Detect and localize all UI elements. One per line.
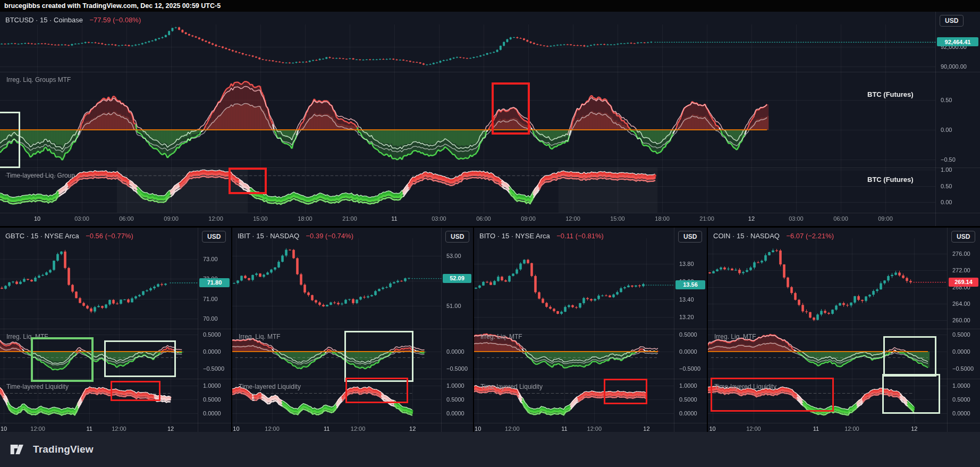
pane1-scale-label: −0.50 bbox=[941, 156, 956, 163]
pane2-scale-label: 0.5000 bbox=[203, 396, 221, 403]
drawing-rect-annotation[interactable] bbox=[711, 378, 834, 412]
currency-button[interactable]: USD bbox=[951, 231, 975, 243]
time-axis-label: 15:00 bbox=[610, 215, 625, 222]
time-axis-label: 11 bbox=[561, 426, 567, 432]
drawing-rect-annotation[interactable] bbox=[31, 337, 94, 382]
indicator-label-irreg-liq[interactable]: Irreg. Liq. MTF bbox=[714, 333, 756, 340]
time-axis-label: 21:00 bbox=[699, 215, 714, 222]
currency-button[interactable]: USD bbox=[940, 15, 964, 27]
pane2-scale-label: 0.50 bbox=[941, 183, 952, 189]
time-axis-label: 12:00 bbox=[265, 426, 280, 432]
time-axis-label: 06:00 bbox=[833, 215, 848, 222]
pane2-scale-label: 0.00 bbox=[941, 199, 952, 205]
time-axis-label: 12:00 bbox=[505, 426, 520, 432]
attribution-bar: brucegibbs created with TradingView.com,… bbox=[0, 0, 980, 12]
pane1-scale-label: 0.0000 bbox=[952, 348, 970, 355]
time-axis-label: 12:00 bbox=[112, 426, 126, 432]
time-axis-label: 11 bbox=[391, 215, 397, 222]
drawing-rect-annotation[interactable] bbox=[104, 340, 176, 377]
chart-card-bito: BITO · 15 · NYSE Arca −0.11 (−0.81%) USD… bbox=[474, 228, 707, 432]
brand-text: TradingView bbox=[33, 444, 94, 455]
drawing-rect-annotation[interactable] bbox=[604, 379, 647, 404]
price-badge: 269.14 bbox=[949, 278, 978, 287]
time-axis-label: 10 bbox=[475, 426, 481, 432]
change-readout: −6.07 (−2.21%) bbox=[786, 232, 834, 240]
drawing-rect-annotation[interactable] bbox=[345, 378, 408, 403]
symbol-title[interactable]: BTCUSD · 15 · Coinbase bbox=[5, 16, 83, 24]
time-axis-label: 10 bbox=[1, 426, 7, 432]
drawing-rect-annotation[interactable] bbox=[344, 331, 413, 382]
price-axis-label: 73.00 bbox=[203, 256, 218, 262]
pane2-scale-label: 0.5000 bbox=[679, 396, 697, 403]
time-axis-label: 15:00 bbox=[253, 215, 268, 222]
indicator-label-time-layered[interactable]: Time-layered Liquidity bbox=[239, 383, 301, 390]
bito-chart-canvas[interactable] bbox=[474, 228, 707, 432]
pane2-scale-label: 0.5000 bbox=[446, 396, 464, 403]
time-axis-label: 12 bbox=[409, 426, 416, 432]
pane2-scale-label: 0.5000 bbox=[952, 396, 970, 403]
price-axis-label: 260.00 bbox=[952, 317, 970, 323]
indicator-label-time-layered[interactable]: Time-layered Liquidity bbox=[480, 383, 543, 390]
currency-button[interactable]: USD bbox=[678, 231, 702, 243]
chart-header: BITO · 15 · NYSE Arca −0.11 (−0.81%) bbox=[479, 231, 604, 240]
drawing-rect-annotation[interactable] bbox=[229, 168, 267, 194]
gbtc-chart-canvas[interactable] bbox=[0, 228, 231, 432]
indicator-label-irreg-liq[interactable]: Irreg. Liq. MTF bbox=[480, 333, 522, 340]
drawing-rect-annotation[interactable] bbox=[111, 381, 160, 401]
tradingview-snapshot: brucegibbs created with TradingView.com,… bbox=[0, 0, 980, 467]
symbol-title[interactable]: IBIT · 15 · NASDAQ bbox=[238, 232, 299, 240]
pane2-scale-label: 1.0000 bbox=[679, 382, 697, 389]
time-axis-label: 03:00 bbox=[432, 215, 446, 222]
chart-card-btcusd: BTCUSD · 15 · Coinbase −77.59 (−0.08%) U… bbox=[0, 12, 980, 226]
pane1-scale-label: 0.5000 bbox=[203, 331, 221, 338]
footer-bar: TradingView bbox=[0, 432, 980, 467]
time-axis-label: 09:00 bbox=[521, 215, 536, 222]
time-axis-label: 12 bbox=[911, 426, 917, 432]
time-axis-label: 12:00 bbox=[746, 426, 761, 432]
price-axis-label: 70.00 bbox=[203, 315, 218, 322]
price-axis-label: 51.00 bbox=[446, 303, 461, 309]
time-axis-label: 10 bbox=[233, 426, 239, 432]
price-badge: 71.80 bbox=[199, 278, 230, 287]
tradingview-logo-link[interactable]: TradingView bbox=[10, 442, 94, 457]
change-readout: −0.39 (−0.74%) bbox=[306, 232, 354, 240]
pane1-scale-label: −0.5000 bbox=[446, 365, 468, 372]
price-axis-label: 13.80 bbox=[679, 261, 694, 267]
pane2-scale-label: 1.0000 bbox=[952, 382, 970, 389]
indicator-label-time-layered[interactable]: Time-layered Liq. Group bbox=[6, 172, 75, 179]
btcusd-chart-canvas[interactable] bbox=[0, 12, 980, 226]
chart-header: IBIT · 15 · NASDAQ −0.39 (−0.74%) bbox=[238, 231, 353, 240]
time-axis-label: 12 bbox=[167, 426, 174, 432]
drawing-rect-annotation[interactable] bbox=[492, 82, 530, 135]
pane2-scale-label: 0.0000 bbox=[952, 410, 970, 416]
symbol-title[interactable]: BITO · 15 · NYSE Arca bbox=[479, 232, 550, 240]
price-badge: 52.09 bbox=[443, 274, 471, 283]
drawing-rect-annotation[interactable] bbox=[0, 112, 20, 168]
currency-button[interactable]: USD bbox=[445, 231, 469, 243]
indicator-label-time-layered[interactable]: Time-layered Liquidity bbox=[6, 383, 69, 390]
pane1-scale-label: 0.5000 bbox=[679, 331, 697, 338]
pane1-scale-label: −0.5000 bbox=[952, 365, 974, 372]
pane1-scale-label: −0.5000 bbox=[203, 365, 224, 372]
pane2-scale-label: 0.0000 bbox=[203, 410, 221, 416]
currency-button[interactable]: USD bbox=[202, 231, 226, 243]
price-badge: 92,464.41 bbox=[937, 37, 978, 46]
time-axis-label: 06:00 bbox=[476, 215, 491, 222]
symbol-title[interactable]: COIN · 15 · NASDAQ bbox=[713, 232, 780, 240]
time-axis-label: 12 bbox=[748, 215, 755, 222]
price-axis-label: 71.00 bbox=[203, 296, 218, 302]
pane1-scale-label: 0.0000 bbox=[446, 348, 464, 355]
indicator-label-irreg-liq[interactable]: Irreg. Liq. MTF bbox=[239, 333, 281, 340]
time-axis-label: 06:00 bbox=[119, 215, 134, 222]
time-axis-label: 11 bbox=[813, 426, 819, 432]
price-axis-label: 90,000.00 bbox=[941, 63, 967, 70]
indicator-label-irreg-liq[interactable]: Irreg. Liq. Groups MTF bbox=[6, 76, 71, 84]
symbol-title[interactable]: GBTC · 15 · NYSE Arca bbox=[5, 232, 79, 240]
drawing-rect-annotation[interactable] bbox=[883, 336, 936, 377]
pane1-scale-label: 0.0000 bbox=[203, 348, 221, 355]
chart-card-gbtc: GBTC · 15 · NYSE Arca −0.56 (−0.77%) USD… bbox=[0, 228, 231, 432]
price-axis-label: 13.40 bbox=[679, 296, 694, 303]
tradingview-logo-icon bbox=[10, 442, 28, 457]
drawing-rect-annotation[interactable] bbox=[882, 374, 940, 414]
pane1-scale-label: 0.0000 bbox=[679, 348, 697, 355]
